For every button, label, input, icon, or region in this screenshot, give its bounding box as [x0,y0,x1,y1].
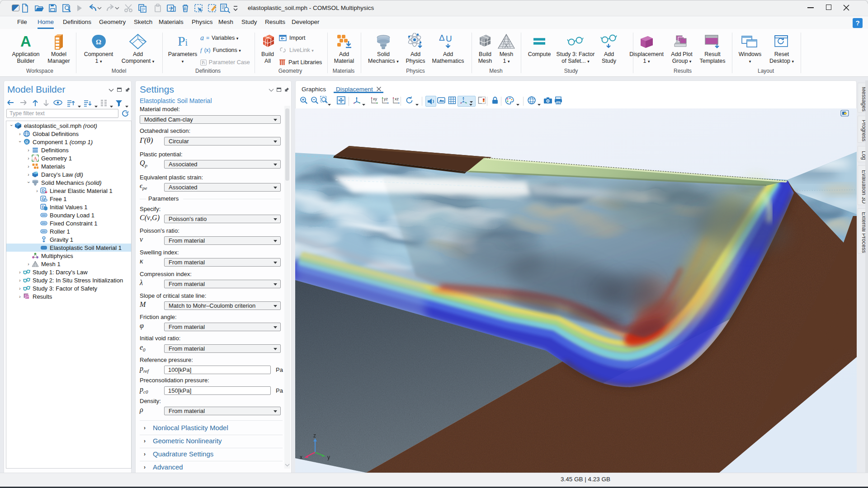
svg-text:x: x [300,454,302,460]
svg-text:Δ: Δ [439,33,445,42]
svg-text:U: U [446,34,452,43]
svg-text:Ω: Ω [25,140,28,144]
svg-text:Ω: Ω [96,38,101,46]
svg-text:yz: yz [384,97,388,101]
svg-text:D: D [42,188,45,193]
svg-text:A: A [33,155,38,162]
svg-text:xy: xy [373,97,377,101]
svg-text:xz: xz [395,97,399,101]
svg-text:y: y [327,454,330,460]
svg-text:z: z [313,432,316,439]
